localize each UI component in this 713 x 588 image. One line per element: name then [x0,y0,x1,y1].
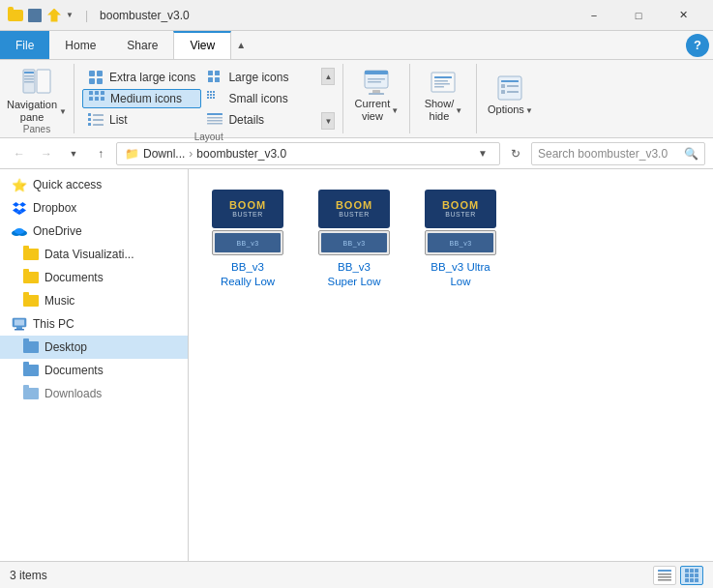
sidebar-item-desktop[interactable]: Desktop [0,336,188,359]
close-button[interactable]: ✕ [661,0,705,31]
svg-rect-55 [507,91,519,93]
layout-col-right: Large icons [201,68,317,130]
svg-rect-32 [207,97,209,99]
navigation-pane-button[interactable]: Navigationpane ▼ [8,68,66,122]
svg-rect-13 [89,97,93,101]
search-icon[interactable]: 🔍 [684,147,698,161]
file-area: BOOM BUSTER BB_v3 BB_v3Really Low BOOM [189,169,713,561]
svg-point-63 [15,228,24,234]
options-group: Options ▼ [477,64,543,133]
file-item-super-low[interactable]: BOOM BUSTER BB_v3 BB_v3Super Low [311,185,398,293]
svg-rect-42 [368,81,381,83]
svg-rect-49 [434,86,444,88]
recent-locations-button[interactable]: ▼ [62,142,85,165]
svg-rect-67 [15,329,24,331]
sidebar-item-documents-qa[interactable]: Documents [0,266,188,289]
title-bar: ▼ | boombuster_v3.0 − □ ✕ [0,0,713,31]
layout-inner: Extra large icons [82,68,335,130]
ribbon-collapse-icon[interactable]: ▲ [231,31,251,60]
svg-rect-52 [501,84,505,88]
svg-rect-20 [93,119,104,121]
sidebar-item-this-pc[interactable]: This PC [0,312,188,336]
breadcrumb-separator: › [189,147,193,161]
svg-rect-38 [207,123,223,125]
tab-share[interactable]: Share [111,31,173,59]
svg-rect-70 [658,576,671,578]
svg-rect-33 [210,97,212,99]
extra-large-icons-button[interactable]: Extra large icons [82,68,201,87]
tab-file[interactable]: File [0,31,49,59]
save-title-icon [27,8,43,23]
sidebar-item-dropbox[interactable]: Dropbox [0,196,188,220]
svg-rect-31 [213,94,215,96]
address-dropdown-button[interactable]: ▼ [474,148,491,159]
svg-rect-28 [213,91,215,93]
svg-rect-16 [88,113,91,116]
maximize-button[interactable]: □ [616,0,661,31]
title-bar-icons: ▼ | [8,8,92,23]
forward-button[interactable]: → [35,142,58,165]
back-button[interactable]: ← [8,142,31,165]
options-dropdown-icon: ▼ [525,106,533,115]
svg-rect-66 [16,327,22,329]
svg-rect-46 [434,76,452,78]
svg-rect-43 [372,90,380,93]
svg-rect-25 [215,77,220,82]
extra-large-icons-label: Extra large icons [109,71,195,84]
svg-rect-27 [210,91,212,93]
medium-icons-icon [89,91,104,106]
svg-rect-40 [365,71,388,74]
small-icons-icon [207,91,223,106]
svg-rect-3 [24,75,34,77]
navigation-pane-icon [21,66,52,97]
svg-rect-77 [695,573,698,577]
current-view-button[interactable]: Currentview ▼ [351,68,401,122]
sidebar-item-music[interactable]: Music [0,289,188,312]
medium-icons-label: Medium icons [110,92,182,105]
address-path[interactable]: 📁 Downl... › boombuster_v3.0 ▼ [116,142,500,165]
status-bar: 3 items [0,561,713,588]
medium-icons-button[interactable]: Medium icons [82,89,201,108]
sidebar-item-dropbox-label: Dropbox [33,201,76,215]
this-pc-icon [12,316,27,332]
panes-group: Navigationpane ▼ Panes [0,64,74,133]
sidebar-item-documents-pc[interactable]: Documents [0,359,188,382]
up-button[interactable]: ↑ [89,142,112,165]
breadcrumb-boombuster[interactable]: boombuster_v3.0 [196,147,286,161]
file-item-really-low[interactable]: BOOM BUSTER BB_v3 BB_v3Really Low [204,185,291,293]
tab-home[interactable]: Home [49,31,111,59]
options-button[interactable]: Options ▼ [485,68,535,122]
search-box[interactable]: Search boombuster_v3.0 🔍 [531,142,705,165]
svg-rect-4 [24,78,34,80]
svg-rect-78 [685,578,689,582]
details-button[interactable]: Details [201,110,317,130]
status-item-count: 3 items [10,569,653,582]
small-icons-button[interactable]: Small icons [201,89,317,108]
svg-rect-47 [434,80,448,82]
sidebar-item-onedrive[interactable]: OneDrive [0,220,188,243]
layout-scroll: ▲ ▼ [321,68,335,130]
icons-view-button[interactable] [680,566,703,585]
refresh-button[interactable]: ↻ [504,142,527,165]
svg-rect-10 [89,91,93,95]
svg-rect-48 [434,83,450,85]
layout-scroll-up[interactable]: ▲ [321,68,335,85]
sidebar-item-quick-access[interactable]: ⭐ Quick access [0,173,188,196]
large-icons-button[interactable]: Large icons [201,68,317,87]
minimize-button[interactable]: − [572,0,616,31]
file-item-ultra-low[interactable]: BOOM BUSTER BB_v3 BB_v3 UltraLow [417,185,504,293]
list-button[interactable]: List [82,110,201,130]
show-hide-button[interactable]: Show/hide ▼ [418,68,468,122]
sidebar-item-data-viz[interactable]: Data Visualizati... [0,243,188,266]
sidebar-item-downloads[interactable]: Downloads [0,382,188,405]
quick-access-dropdown-icon[interactable]: ▼ [66,11,74,19]
breadcrumb-downloads[interactable]: Downl... [143,147,185,161]
tab-view[interactable]: View [173,31,231,59]
onedrive-icon [12,223,27,239]
details-icon [207,112,223,128]
details-view-button[interactable] [653,566,676,585]
layout-scroll-down[interactable]: ▼ [321,112,335,130]
help-button[interactable]: ? [686,34,709,57]
sidebar: ⭐ Quick access Dropbox [0,169,189,561]
large-icons-icon [207,70,223,85]
